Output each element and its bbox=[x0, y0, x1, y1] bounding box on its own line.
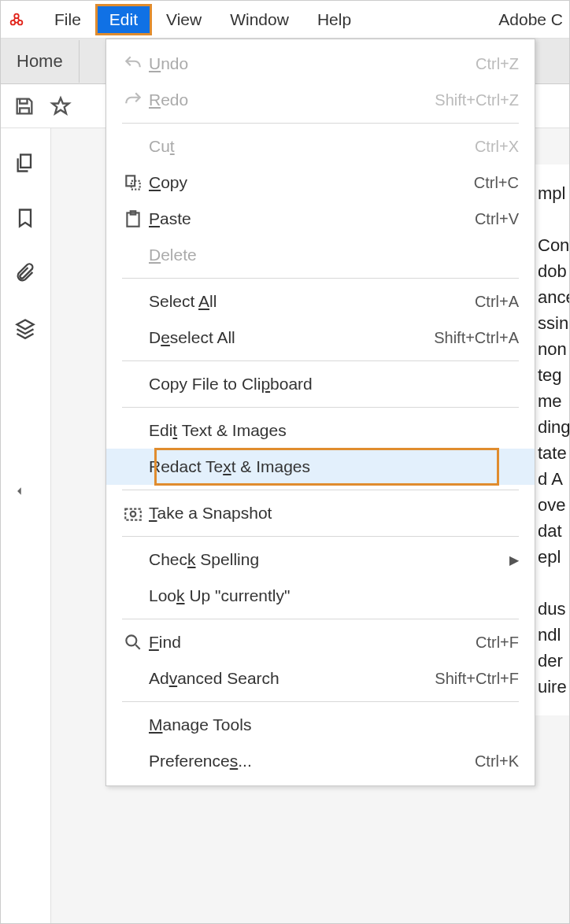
menu-shortcut: Ctrl+V bbox=[475, 210, 519, 228]
menu-item-label: Take a Snapshot bbox=[149, 504, 519, 523]
menu-item-delete: Delete bbox=[106, 237, 535, 273]
menu-edit[interactable]: Edit bbox=[95, 4, 152, 35]
menu-item-edit-text-images[interactable]: Edit Text & Images bbox=[106, 412, 535, 449]
menu-item-label: Find bbox=[149, 633, 476, 652]
menu-item-label: Advanced Search bbox=[149, 669, 435, 688]
doc-text-fragment bbox=[538, 570, 569, 596]
menu-item-find[interactable]: FindCtrl+F bbox=[106, 624, 535, 660]
camera-icon bbox=[117, 503, 149, 523]
submenu-arrow-icon: ▶ bbox=[509, 553, 519, 567]
menu-shortcut: Ctrl+F bbox=[476, 634, 519, 652]
menu-item-deselect-all[interactable]: Deselect AllShift+Ctrl+A bbox=[106, 320, 535, 356]
menu-shortcut: Shift+Ctrl+A bbox=[434, 329, 519, 347]
menu-item-advanced-search[interactable]: Advanced SearchShift+Ctrl+F bbox=[106, 660, 535, 697]
menu-item-label: Redo bbox=[149, 91, 435, 109]
doc-text-fragment: tate bbox=[538, 440, 569, 466]
attachment-icon[interactable] bbox=[14, 262, 38, 286]
home-tab[interactable]: Home bbox=[1, 40, 80, 83]
menu-separator bbox=[122, 619, 519, 619]
menu-separator bbox=[122, 278, 519, 279]
svg-rect-4 bbox=[126, 176, 135, 186]
collapse-icon[interactable] bbox=[14, 482, 38, 506]
doc-text-fragment: me bbox=[538, 388, 569, 414]
menu-item-label: Check Spelling bbox=[149, 550, 503, 569]
doc-text-fragment: uire bbox=[538, 674, 569, 700]
menu-item-check-spelling[interactable]: Check Spelling▶ bbox=[106, 541, 535, 578]
menu-item-label: Delete bbox=[149, 246, 519, 264]
doc-text-fragment: dat bbox=[538, 518, 569, 544]
menu-item-label: Redact Text & Images bbox=[149, 457, 519, 476]
menu-separator bbox=[122, 407, 519, 408]
menu-file[interactable]: File bbox=[40, 4, 95, 35]
menu-item-label: Preferences... bbox=[149, 752, 475, 771]
menu-item-label: Deselect All bbox=[149, 328, 434, 347]
svg-point-0 bbox=[14, 13, 19, 18]
doc-text-fragment: mpl bbox=[538, 180, 569, 206]
menu-help[interactable]: Help bbox=[303, 4, 365, 35]
menu-item-copy-file-to-clipboard[interactable]: Copy File to Clipboard bbox=[106, 366, 535, 402]
star-icon[interactable] bbox=[50, 95, 72, 117]
menu-item-label: Cut bbox=[149, 137, 475, 156]
app-icon bbox=[7, 10, 26, 29]
menu-item-take-a-snapshot[interactable]: Take a Snapshot bbox=[106, 495, 535, 531]
menu-item-preferences[interactable]: Preferences...Ctrl+K bbox=[106, 743, 535, 779]
menu-item-label: Undo bbox=[149, 54, 476, 73]
edit-dropdown: UndoCtrl+ZRedoShift+Ctrl+ZCutCtrl+XCopyC… bbox=[105, 39, 535, 786]
menu-separator bbox=[122, 360, 519, 361]
bookmark-icon[interactable] bbox=[14, 207, 38, 231]
menu-view[interactable]: View bbox=[152, 4, 216, 35]
doc-text-fragment: d A bbox=[538, 466, 569, 492]
menu-separator bbox=[122, 490, 519, 490]
doc-text-fragment: ndl bbox=[538, 622, 569, 648]
menu-separator bbox=[122, 536, 519, 537]
svg-rect-8 bbox=[125, 509, 141, 520]
menu-item-paste[interactable]: PasteCtrl+V bbox=[106, 201, 535, 237]
menu-item-label: Copy File to Clipboard bbox=[149, 375, 519, 394]
doc-text-fragment: dus bbox=[538, 596, 569, 622]
menu-item-label: Edit Text & Images bbox=[149, 421, 519, 440]
doc-text-fragment: der bbox=[538, 648, 569, 674]
menubar: FileEditViewWindowHelp Adobe C bbox=[1, 1, 569, 39]
doc-text-fragment: ove bbox=[538, 492, 569, 518]
doc-text-fragment: non bbox=[538, 336, 569, 362]
menu-item-label: Copy bbox=[149, 173, 474, 192]
undo-icon bbox=[117, 54, 149, 74]
menu-item-select-all[interactable]: Select AllCtrl+A bbox=[106, 283, 535, 320]
menu-window[interactable]: Window bbox=[216, 4, 303, 35]
doc-text-fragment: epl bbox=[538, 544, 569, 570]
menu-item-look-up-currently[interactable]: Look Up "currently" bbox=[106, 578, 535, 614]
menu-shortcut: Ctrl+Z bbox=[476, 55, 519, 73]
menu-item-copy[interactable]: CopyCtrl+C bbox=[106, 164, 535, 201]
menu-item-label: Paste bbox=[149, 209, 475, 228]
menu-item-label: Select All bbox=[149, 292, 475, 311]
menu-item-label: Manage Tools bbox=[149, 715, 519, 734]
paste-icon bbox=[117, 209, 149, 229]
layers-icon[interactable] bbox=[14, 317, 38, 341]
menu-shortcut: Ctrl+A bbox=[475, 293, 519, 311]
left-sidebar bbox=[1, 128, 51, 923]
menu-cloud[interactable]: Adobe C bbox=[498, 10, 569, 29]
doc-text-fragment: dob bbox=[538, 258, 569, 284]
menu-shortcut: Shift+Ctrl+Z bbox=[435, 91, 519, 109]
svg-point-2 bbox=[18, 20, 23, 24]
menu-item-label: Look Up "currently" bbox=[149, 586, 519, 605]
document-page: mpl Contdobancessinnontegmedingtated Aov… bbox=[531, 164, 569, 715]
menu-separator bbox=[122, 123, 519, 124]
menu-item-redo: RedoShift+Ctrl+Z bbox=[106, 82, 535, 118]
doc-text-fragment: ance bbox=[538, 284, 569, 310]
copy-icon bbox=[117, 172, 149, 193]
svg-point-9 bbox=[131, 512, 136, 517]
doc-text-fragment: ding bbox=[538, 414, 569, 440]
menu-shortcut: Ctrl+C bbox=[474, 174, 519, 192]
save-icon[interactable] bbox=[13, 95, 35, 117]
doc-text-fragment bbox=[538, 206, 569, 232]
svg-point-1 bbox=[11, 20, 16, 24]
svg-point-10 bbox=[126, 635, 136, 645]
find-icon bbox=[117, 632, 149, 652]
menu-item-redact-text-images[interactable]: Redact Text & Images bbox=[106, 449, 535, 485]
menu-item-cut: CutCtrl+X bbox=[106, 128, 535, 164]
svg-rect-3 bbox=[20, 155, 31, 168]
menu-item-manage-tools[interactable]: Manage Tools bbox=[106, 707, 535, 743]
menu-shortcut: Ctrl+X bbox=[475, 138, 519, 156]
pages-icon[interactable] bbox=[14, 152, 38, 176]
